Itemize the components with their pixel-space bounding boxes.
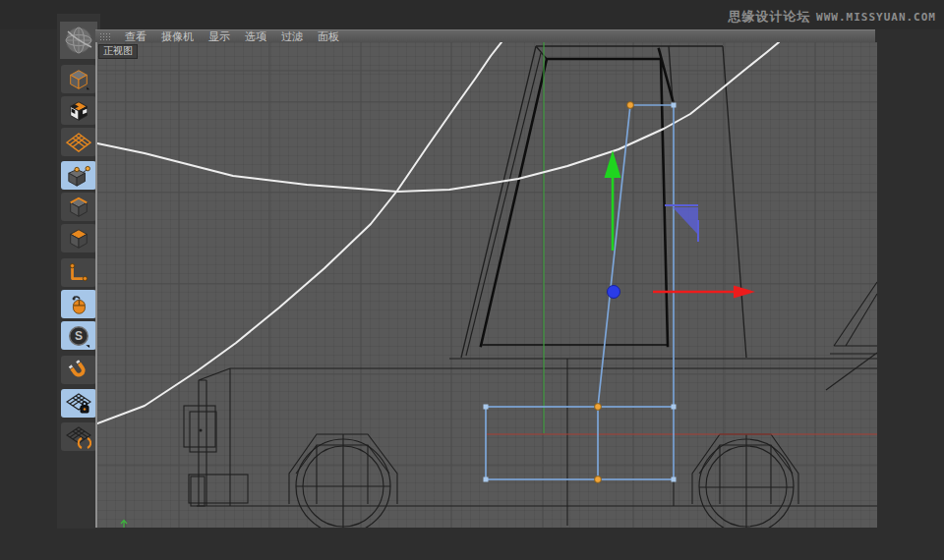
cab-window-wireframe bbox=[481, 49, 673, 346]
axis-icon bbox=[67, 261, 90, 285]
menu-item-display[interactable]: 显示 bbox=[206, 30, 232, 42]
white-splines bbox=[97, 42, 779, 423]
c4d-globe-logo bbox=[60, 22, 97, 59]
handle[interactable] bbox=[672, 103, 677, 108]
menu-item-options[interactable]: 选项 bbox=[243, 30, 268, 42]
spline-upper bbox=[97, 42, 779, 192]
globe-icon bbox=[62, 24, 95, 57]
gizmo-y-arrow[interactable] bbox=[605, 150, 621, 251]
handle[interactable] bbox=[484, 405, 489, 410]
selected-point[interactable] bbox=[595, 476, 602, 483]
polygon-cube-icon bbox=[67, 227, 90, 251]
gizmo-x-arrow[interactable] bbox=[653, 286, 755, 299]
grid-plane-icon bbox=[66, 132, 91, 153]
left-toolbar: S bbox=[57, 14, 100, 529]
toolbar-points-mode[interactable] bbox=[61, 161, 96, 190]
toolbar-workplane-lock[interactable] bbox=[61, 389, 96, 418]
handle[interactable] bbox=[484, 477, 489, 482]
selected-point[interactable] bbox=[627, 102, 634, 109]
toolbar-magnet[interactable] bbox=[61, 356, 96, 384]
window-top-strip: 思缘设计论坛 WWW.MISSYUAN.COM bbox=[0, 0, 944, 29]
magnet-icon bbox=[67, 359, 90, 382]
menu-item-panel[interactable]: 面板 bbox=[316, 30, 341, 42]
menu-item-filter[interactable]: 过滤 bbox=[279, 30, 305, 42]
spline-lower bbox=[97, 42, 502, 423]
selection-handles[interactable] bbox=[484, 103, 677, 482]
s-glyph: S bbox=[75, 329, 83, 343]
viewport-menubar: 查看 摄像机 显示 选项 过滤 面板 bbox=[95, 29, 875, 42]
grid-rotate-icon bbox=[66, 425, 91, 449]
viewport-canvas[interactable]: 正视图 bbox=[95, 42, 877, 528]
toolbar-snap-settings[interactable]: S bbox=[61, 321, 96, 350]
watermark: 思缘设计论坛 WWW.MISSYUAN.COM bbox=[729, 7, 936, 26]
handle[interactable] bbox=[672, 477, 677, 482]
car-wireframe bbox=[184, 46, 877, 528]
world-axes bbox=[486, 42, 877, 434]
view-axis-indicator bbox=[121, 521, 127, 529]
watermark-chinese: 思缘设计论坛 bbox=[729, 9, 811, 24]
toolbar-model-mode[interactable] bbox=[61, 65, 96, 93]
s-badge-icon: S bbox=[67, 324, 90, 348]
toolbar-tweak-mode[interactable] bbox=[61, 290, 96, 318]
points-cube-icon bbox=[67, 164, 90, 188]
scene-svg bbox=[97, 42, 877, 528]
toolbar-texture-mode[interactable] bbox=[61, 96, 96, 125]
menu-item-camera[interactable]: 摄像机 bbox=[159, 30, 196, 42]
toolbar-workplane-mode[interactable] bbox=[61, 128, 96, 156]
edge-cube-icon bbox=[67, 196, 90, 219]
toolbar-enable-axis[interactable] bbox=[61, 258, 96, 287]
c4d-window: 思缘设计论坛 WWW.MISSYUAN.COM bbox=[0, 0, 944, 560]
selected-point[interactable] bbox=[595, 404, 602, 411]
cube-outline-icon bbox=[67, 68, 90, 91]
toolbar-edges-mode[interactable] bbox=[61, 193, 96, 221]
gizmo-plane-handle[interactable] bbox=[665, 205, 698, 242]
mouse-icon bbox=[67, 293, 90, 316]
viewport-label[interactable]: 正视图 bbox=[98, 44, 138, 59]
grid-lock-icon bbox=[66, 392, 91, 416]
toolbar-polygons-mode[interactable] bbox=[61, 224, 96, 252]
toolbar-workplane-interactive[interactable] bbox=[61, 422, 96, 451]
handle[interactable] bbox=[672, 405, 677, 410]
menu-grip[interactable] bbox=[99, 32, 112, 41]
watermark-url: WWW.MISSYUAN.COM bbox=[816, 11, 936, 24]
checker-cube-icon bbox=[67, 99, 90, 123]
gizmo-origin-ball[interactable] bbox=[608, 286, 620, 299]
menu-item-view[interactable]: 查看 bbox=[123, 30, 148, 42]
